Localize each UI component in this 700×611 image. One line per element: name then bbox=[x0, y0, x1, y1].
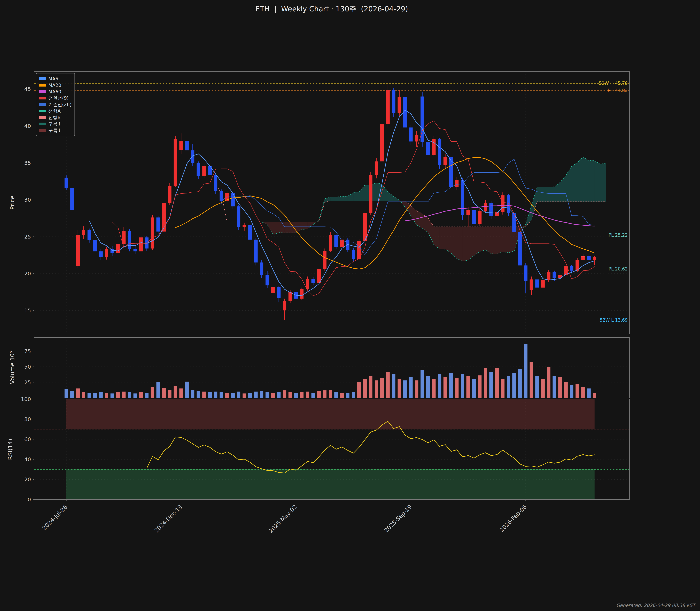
legend-item: MA60 bbox=[39, 88, 71, 95]
base-swatch bbox=[39, 103, 46, 106]
legend-label: MA20 bbox=[48, 83, 61, 88]
generated-timestamp: Generated: 2026-04-29 08:38 KST bbox=[616, 603, 695, 608]
x-axis-ticks: 2024-Jul-262024-Dec-132025-May-022025-Se… bbox=[41, 500, 528, 534]
panel-borders bbox=[34, 71, 629, 500]
svg-text:20: 20 bbox=[24, 476, 31, 482]
conversion-line bbox=[112, 121, 595, 296]
rsi-axis-ticks: 020406080100 bbox=[21, 396, 34, 503]
chart-svg: 52W H 45.78PH 44.83PL 25.22PL 20.6252W L… bbox=[0, 0, 700, 611]
svg-text:20: 20 bbox=[24, 270, 31, 277]
cloud-down-swatch bbox=[39, 129, 46, 132]
x-tick-label: 2025-May-02 bbox=[267, 504, 298, 534]
svg-text:45: 45 bbox=[24, 86, 31, 92]
price-panel bbox=[34, 71, 629, 334]
svg-text:100: 100 bbox=[21, 396, 31, 402]
level-label: 52W H 45.78 bbox=[599, 81, 628, 86]
legend-label: MA60 bbox=[48, 89, 61, 94]
span-b-swatch bbox=[39, 116, 46, 119]
ma20-swatch bbox=[39, 84, 46, 87]
cloud-up-swatch bbox=[39, 122, 46, 125]
volume-bars bbox=[64, 344, 596, 398]
ma60-swatch bbox=[39, 90, 46, 93]
svg-text:25: 25 bbox=[24, 234, 31, 240]
legend-label: 구름↓ bbox=[48, 127, 61, 133]
legend-label: 선행B bbox=[48, 115, 61, 121]
level-label: PL 20.62 bbox=[609, 266, 628, 271]
chart-title: ETH | Weekly Chart · 130주 (2026-04-29) bbox=[34, 4, 629, 14]
rsi-axis-title: RSI(14) bbox=[7, 438, 14, 460]
x-tick-label: 2025-Sep-19 bbox=[383, 504, 413, 534]
legend: MA5MA20MA60전환선(9)기준선(26)선행A선행B구름↑구름↓ bbox=[36, 73, 75, 136]
level-label: PL 25.22 bbox=[609, 233, 628, 238]
ma5-swatch bbox=[39, 77, 46, 80]
grid-lines bbox=[34, 71, 629, 500]
level-label: PH 44.83 bbox=[608, 88, 628, 93]
volume-panel bbox=[34, 338, 629, 398]
legend-label: 기준선(26) bbox=[48, 102, 71, 108]
svg-text:40: 40 bbox=[24, 456, 31, 462]
legend-item: 선행B bbox=[39, 114, 71, 121]
svg-text:15: 15 bbox=[24, 307, 31, 313]
price-axis-title: Price bbox=[9, 196, 16, 210]
price-axis-ticks: 15202530354045 bbox=[24, 86, 34, 313]
legend-label: 구름↑ bbox=[48, 121, 61, 127]
svg-text:0: 0 bbox=[28, 496, 31, 503]
legend-label: 전환선(9) bbox=[48, 95, 69, 101]
legend-item: MA20 bbox=[39, 82, 71, 88]
svg-text:75: 75 bbox=[24, 348, 31, 354]
legend-item: 전환선(9) bbox=[39, 95, 71, 101]
legend-item: 선행A bbox=[39, 108, 71, 114]
legend-item: 기준선(26) bbox=[39, 101, 71, 108]
svg-text:80: 80 bbox=[24, 416, 31, 422]
x-tick-label: 2024-Jul-26 bbox=[41, 504, 69, 531]
span-a-swatch bbox=[39, 110, 46, 113]
conversion-swatch bbox=[39, 97, 46, 100]
legend-label: MA5 bbox=[48, 76, 58, 81]
svg-text:35: 35 bbox=[24, 160, 31, 166]
volume-axis-title: Volume 10⁶ bbox=[9, 351, 16, 384]
svg-text:40: 40 bbox=[24, 123, 31, 129]
svg-text:25: 25 bbox=[24, 379, 31, 385]
legend-label: 선행A bbox=[48, 108, 61, 114]
svg-text:30: 30 bbox=[24, 197, 31, 203]
rsi-threshold-lines bbox=[34, 429, 629, 470]
x-tick-label: 2026-Feb-06 bbox=[498, 504, 528, 533]
svg-text:50: 50 bbox=[24, 364, 31, 370]
ma60-line bbox=[405, 205, 595, 226]
level-label: 52W L 13.69 bbox=[600, 317, 628, 323]
legend-item: MA5 bbox=[39, 75, 71, 82]
rsi-bands bbox=[66, 399, 595, 500]
x-tick-label: 2024-Dec-13 bbox=[153, 504, 184, 534]
legend-item: 구름↓ bbox=[39, 127, 71, 134]
base-line bbox=[210, 159, 595, 255]
candlesticks bbox=[64, 83, 596, 320]
volume-axis-ticks: 255075 bbox=[24, 348, 34, 385]
svg-text:60: 60 bbox=[24, 436, 31, 442]
legend-item: 구름↑ bbox=[39, 121, 71, 127]
